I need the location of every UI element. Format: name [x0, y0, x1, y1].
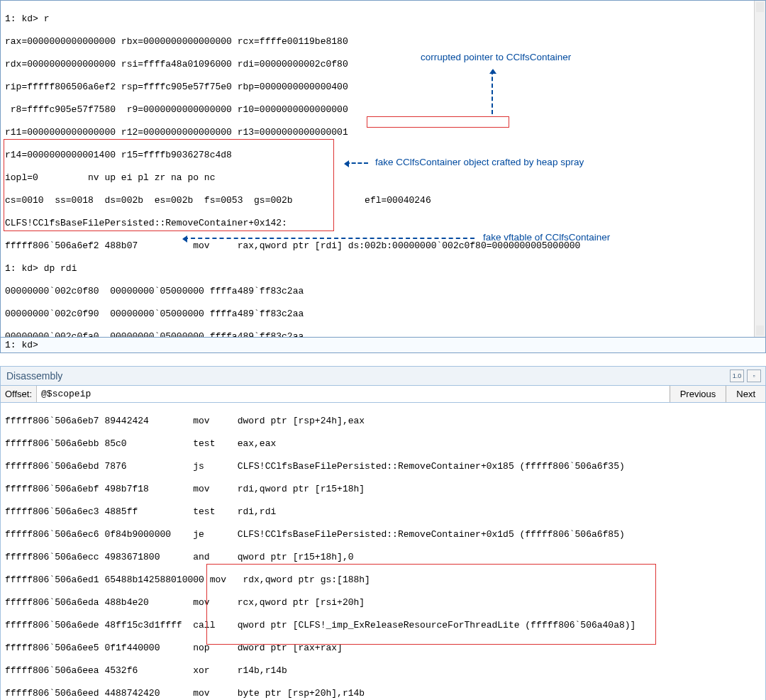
disasm-line: fffff806`506a6eea 4532f6 xor r14b,r14b [5, 665, 761, 677]
command-r: r [44, 13, 50, 24]
command-input-bar: 1: kd> [0, 338, 766, 353]
disasm-line: fffff806`506a6ee5 0f1f440000 nop dword p… [5, 643, 761, 654]
dp-row: 00000000`002c0f80 00000000`05000000 ffff… [5, 286, 761, 297]
current-instr-pre: fffff806`506a6ef2 488b07 mov rax,qword p… [5, 240, 348, 251]
current-instr-ds: ds:002b:00000000`002c0f80 [348, 240, 487, 251]
disassembly-body[interactable]: fffff806`506a6eb7 89442424 mov dword ptr… [0, 403, 766, 700]
arrow-left-icon [345, 162, 368, 164]
disasm-line: fffff806`506a6ebf 498b7f18 mov rdi,qword… [5, 484, 761, 495]
disassembly-title: Disassembly [6, 370, 62, 382]
command-input[interactable] [38, 340, 761, 350]
disasm-line: fffff806`506a6ede 48ff15c3d1ffff call qw… [5, 620, 761, 631]
offset-bar: Offset: Previous Next [0, 386, 766, 403]
command-output: 1: kd> r rax=0000000000000000 rbx=000000… [1, 1, 765, 337]
registers-line: cs=0010 ss=0018 ds=002b es=002b fs=0053 … [5, 195, 761, 206]
command-output-pane[interactable]: 1: kd> r rax=0000000000000000 rbx=000000… [0, 0, 766, 338]
arrow-left-icon [184, 238, 474, 239]
disasm-line: fffff806`506a6ed1 65488b142588010000 mov… [5, 574, 761, 586]
input-prompt: 1: kd> [5, 340, 38, 351]
registers-line: r11=0000000000000000 r12=000000000000000… [5, 127, 761, 138]
prompt: 1: kd> [5, 13, 38, 24]
registers-line: rdx=0000000000000000 rsi=ffffa48a0109600… [5, 59, 761, 70]
registers-line: rip=fffff806506a6ef2 rsp=ffffc905e57f75e… [5, 82, 761, 93]
disasm-line: fffff806`506a6ec6 0f84b9000000 je CLFS!C… [5, 529, 761, 540]
command-dp: dp rdi [44, 263, 77, 274]
arrow-up-icon [492, 70, 493, 114]
offset-input[interactable] [37, 386, 670, 402]
registers-line: r14=0000000000001400 r15=ffffb9036278c4d… [5, 150, 761, 161]
disassembly-header: Disassembly 1.0 ▫ [0, 366, 766, 386]
scrollbar-vertical[interactable] [754, 1, 765, 337]
disasm-line: fffff806`506a6eed 4488742420 mov byte pt… [5, 688, 761, 699]
registers-line: r8=ffffc905e57f7580 r9=0000000000000000 … [5, 104, 761, 116]
registers-line: iopl=0 nv up ei pl zr na po nc [5, 172, 761, 184]
disasm-line: fffff806`506a6eda 488b4e20 mov rcx,qword… [5, 597, 761, 609]
next-button[interactable]: Next [726, 386, 765, 402]
disasm-line: fffff806`506a6ebd 7876 js CLFS!CClfsBase… [5, 461, 761, 472]
previous-button[interactable]: Previous [670, 386, 726, 402]
registers-line: rax=0000000000000000 rbx=000000000000000… [5, 36, 761, 48]
disasm-line: fffff806`506a6ec3 4885ff test rdi,rdi [5, 506, 761, 518]
source-line: CLFS!CClfsBaseFilePersisted::RemoveConta… [5, 218, 761, 229]
dp-row: 00000000`002c0fa0 00000000`05000000 ffff… [5, 331, 761, 337]
toolbar-icon[interactable]: 1.0 [730, 370, 744, 382]
disasm-line: fffff806`506a6ecc 4983671800 and qword p… [5, 552, 761, 563]
dp-row: 00000000`002c0f90 00000000`05000000 ffff… [5, 309, 761, 320]
disasm-line: fffff806`506a6eb7 89442424 mov dword ptr… [5, 416, 761, 427]
minimize-icon[interactable]: ▫ [747, 370, 761, 382]
current-instr-post: =0000000005000000 [487, 240, 581, 251]
offset-label: Offset: [1, 386, 37, 402]
disasm-line: fffff806`506a6ebb 85c0 test eax,eax [5, 438, 761, 450]
